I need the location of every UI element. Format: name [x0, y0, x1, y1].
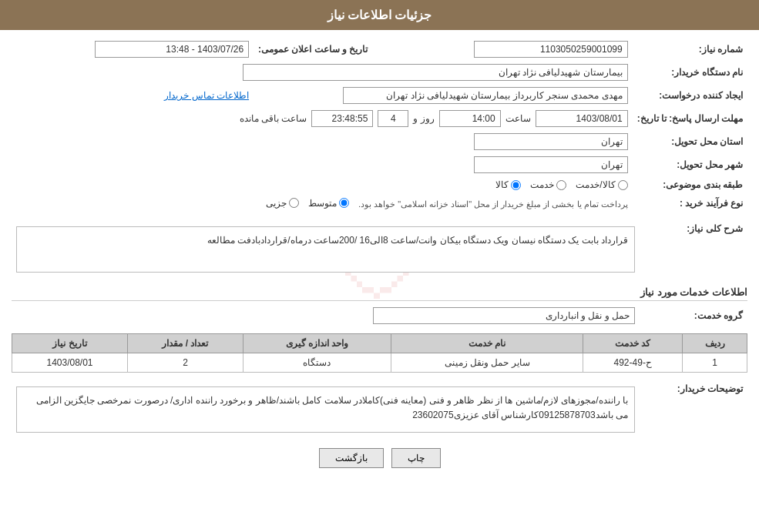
category-option-khedmat[interactable]: خدمت — [530, 179, 566, 190]
col-row: ردیف — [683, 334, 747, 353]
contact-link[interactable]: اطلاعات تماس خریدار — [164, 90, 249, 101]
table-body: 1 ح-49-492 سایر حمل ونقل زمینی دستگاه 2 … — [12, 353, 747, 373]
creator-field: مهدی محمدی سنجر کاربرداز بیمارستان شهیدل… — [343, 87, 628, 104]
summary-label: شرح کلی نیاز: — [640, 219, 747, 280]
buyer-name-label: نام دستگاه خریدار: — [633, 61, 747, 84]
need-number-field: 1103050259001099 — [474, 41, 628, 58]
info-table: شماره نیاز: 1103050259001099 تاریخ و ساع… — [12, 38, 747, 212]
reply-time-field: 14:00 — [439, 110, 501, 127]
province-label: استان محل تحویل: — [633, 130, 747, 153]
remaining-label: ساعت باقی مانده — [240, 113, 307, 124]
summary-section: شرح کلی نیاز: قرارداد بابت یک دستگاه نیس… — [12, 219, 747, 280]
reply-deadline-flex: 1403/08/01 ساعت 14:00 روز و 4 23:48:55 س… — [16, 110, 628, 127]
city-row: شهر محل تحویل: تهران — [12, 153, 747, 176]
cell-row: 1 — [683, 353, 747, 373]
reply-date-field: 1403/08/01 — [536, 110, 628, 127]
category-radio-kala-khedmat[interactable] — [618, 180, 628, 190]
category-radio-group: کالا/خدمت خدمت کالا — [16, 179, 628, 190]
reply-days-field: 4 — [378, 110, 408, 127]
process-type-options: پرداخت تمام یا بخشی از مبلغ خریدار از مح… — [12, 193, 633, 212]
service-group-field: حمل و نقل و انبارداری — [373, 307, 635, 324]
category-radio-kala[interactable] — [511, 180, 521, 190]
page-container: 🛡 جزئیات اطلاعات نیاز شماره نیاز: 110305… — [0, 0, 759, 532]
city-value: تهران — [12, 153, 633, 176]
reply-deadline-row: مهلت ارسال پاسخ: تا تاریخ: 1403/08/01 سا… — [12, 107, 747, 130]
process-option-partial[interactable]: جزیی — [266, 198, 299, 209]
service-group-row: گروه خدمت: حمل و نقل و انبارداری — [12, 304, 747, 327]
cell-date: 1403/08/01 — [12, 353, 128, 373]
table-row: 1 ح-49-492 سایر حمل ونقل زمینی دستگاه 2 … — [12, 353, 747, 373]
services-data-table: ردیف کد خدمت نام خدمت واحد اندازه گیری ت… — [12, 333, 747, 373]
reply-deadline-value: 1403/08/01 ساعت 14:00 روز و 4 23:48:55 س… — [12, 107, 633, 130]
process-radio-group: پرداخت تمام یا بخشی از مبلغ خریدار از مح… — [16, 196, 628, 209]
col-name: نام خدمت — [391, 334, 583, 353]
announcement-label: تاریخ و ساعت اعلان عمومی: — [254, 38, 372, 61]
cell-qty: 2 — [128, 353, 243, 373]
cell-name: سایر حمل ونقل زمینی — [391, 353, 583, 373]
button-row: چاپ بازگشت — [12, 448, 747, 468]
col-qty: تعداد / مقدار — [128, 334, 243, 353]
contact-link-cell: اطلاعات تماس خریدار — [12, 84, 254, 107]
announcement-value: 1403/07/26 - 13:48 — [12, 38, 254, 61]
category-row: طبقه بندی موضوعی: کالا/خدمت خدمت کالا — [12, 176, 747, 193]
creator-label: ایجاد کننده درخواست: — [633, 84, 747, 107]
need-number-row: شماره نیاز: 1103050259001099 تاریخ و ساع… — [12, 38, 747, 61]
notes-table: توضیحات خریدار: با راننده/مجوزهای لازم/م… — [12, 379, 747, 440]
table-header: ردیف کد خدمت نام خدمت واحد اندازه گیری ت… — [12, 334, 747, 353]
category-option-kala[interactable]: کالا — [495, 179, 521, 190]
buyer-notes-value-cell: با راننده/مجوزهای لازم/ماشین ها از نظر ظ… — [12, 379, 640, 440]
process-type-label: نوع فرآیند خرید : — [633, 193, 747, 212]
summary-field: قرارداد بابت یک دستگاه نیسان ویک دستگاه … — [16, 226, 635, 273]
process-radio-partial[interactable] — [289, 198, 299, 208]
reply-deadline-label: مهلت ارسال پاسخ: تا تاریخ: — [633, 107, 747, 130]
buyer-notes-label: توضیحات خریدار: — [640, 379, 747, 440]
col-date: تاریخ نیاز — [12, 334, 128, 353]
cell-unit: دستگاه — [243, 353, 391, 373]
creator-value: مهدی محمدی سنجر کاربرداز بیمارستان شهیدل… — [254, 84, 633, 107]
page-title: جزئیات اطلاعات نیاز — [327, 8, 432, 22]
services-section-title: اطلاعات خدمات مورد نیاز — [12, 286, 747, 301]
remaining-time-field: 23:48:55 — [311, 110, 373, 127]
cell-code: ح-49-492 — [583, 353, 683, 373]
process-option-medium[interactable]: متوسط — [308, 198, 349, 209]
content-area: شماره نیاز: 1103050259001099 تاریخ و ساع… — [0, 30, 759, 483]
province-row: استان محل تحویل: تهران — [12, 130, 747, 153]
service-group-table: گروه خدمت: حمل و نقل و انبارداری — [12, 304, 747, 327]
buyer-name-row: نام دستگاه خریدار: بیمارستان شهیدلیافی ن… — [12, 61, 747, 84]
process-type-row: نوع فرآیند خرید : پرداخت تمام یا بخشی از… — [12, 193, 747, 212]
buyer-name-field: بیمارستان شهیدلیافی نژاد تهران — [243, 64, 628, 81]
col-unit: واحد اندازه گیری — [243, 334, 391, 353]
table-header-row: ردیف کد خدمت نام خدمت واحد اندازه گیری ت… — [12, 334, 747, 353]
need-number-value: 1103050259001099 — [372, 38, 632, 61]
category-radio-khedmat[interactable] — [556, 180, 566, 190]
city-field: تهران — [474, 156, 628, 173]
summary-value-cell: قرارداد بابت یک دستگاه نیسان ویک دستگاه … — [12, 219, 640, 280]
col-code: کد خدمت — [583, 334, 683, 353]
province-field: تهران — [474, 133, 628, 150]
announcement-field: 1403/07/26 - 13:48 — [95, 41, 249, 58]
summary-row: شرح کلی نیاز: قرارداد بابت یک دستگاه نیس… — [12, 219, 747, 280]
page-header: جزئیات اطلاعات نیاز — [0, 0, 759, 30]
print-button[interactable]: چاپ — [391, 448, 441, 468]
reply-days-label: روز و — [413, 113, 434, 124]
summary-table: شرح کلی نیاز: قرارداد بابت یک دستگاه نیس… — [12, 219, 747, 280]
creator-row: ایجاد کننده درخواست: مهدی محمدی سنجر کار… — [12, 84, 747, 107]
need-number-label: شماره نیاز: — [633, 38, 747, 61]
buyer-name-value: بیمارستان شهیدلیافی نژاد تهران — [12, 61, 633, 84]
process-radio-medium[interactable] — [339, 198, 349, 208]
back-button[interactable]: بازگشت — [319, 448, 384, 468]
service-group-label: گروه خدمت: — [640, 304, 747, 327]
service-group-value-cell: حمل و نقل و انبارداری — [12, 304, 640, 327]
province-value: تهران — [12, 130, 633, 153]
category-options: کالا/خدمت خدمت کالا — [12, 176, 633, 193]
category-option-kala-khedmat[interactable]: کالا/خدمت — [576, 179, 627, 190]
notes-row: توضیحات خریدار: با راننده/مجوزهای لازم/م… — [12, 379, 747, 440]
buyer-notes-field: با راننده/مجوزهای لازم/ماشین ها از نظر ظ… — [16, 386, 635, 433]
category-label: طبقه بندی موضوعی: — [633, 176, 747, 193]
reply-time-label: ساعت — [505, 113, 531, 124]
city-label: شهر محل تحویل: — [633, 153, 747, 176]
process-note: پرداخت تمام یا بخشی از مبلغ خریدار از مح… — [358, 199, 628, 209]
